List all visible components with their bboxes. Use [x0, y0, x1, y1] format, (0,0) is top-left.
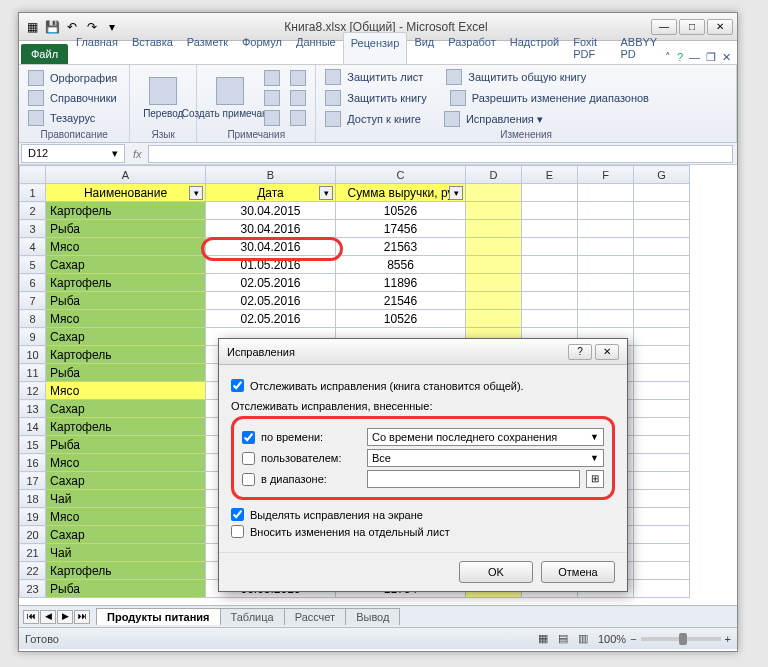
delete-comment-button[interactable] [261, 69, 283, 87]
row-header-9[interactable]: 9 [20, 328, 46, 346]
row-header-18[interactable]: 18 [20, 490, 46, 508]
file-tab[interactable]: Файл [21, 44, 68, 64]
row-header-22[interactable]: 22 [20, 562, 46, 580]
cell-name[interactable]: Сахар [46, 256, 206, 274]
cell-date[interactable]: 02.05.2016 [206, 310, 336, 328]
save-icon[interactable]: 💾 [43, 18, 61, 36]
cell-name[interactable]: Картофель [46, 202, 206, 220]
ribbon-tab-4[interactable]: Данные [289, 32, 343, 64]
row-header-3[interactable]: 3 [20, 220, 46, 238]
research-button[interactable]: Справочники [25, 89, 123, 107]
row-header-13[interactable]: 13 [20, 400, 46, 418]
ribbon-tab-8[interactable]: Надстрой [503, 32, 566, 64]
col-header-A[interactable]: A [46, 166, 206, 184]
formula-bar[interactable] [148, 145, 733, 163]
highlight-on-screen-checkbox[interactable] [231, 508, 244, 521]
name-box[interactable]: D12▾ [21, 144, 125, 163]
sheet-tab-3[interactable]: Вывод [345, 608, 400, 625]
ribbon-tab-0[interactable]: Главная [69, 32, 125, 64]
sheet-nav-next[interactable]: ▶ [57, 610, 73, 624]
cell-date[interactable]: 02.05.2016 [206, 292, 336, 310]
row-header-5[interactable]: 5 [20, 256, 46, 274]
row-header-21[interactable]: 21 [20, 544, 46, 562]
where-input[interactable] [367, 470, 580, 488]
table-header-c[interactable]: Сумма выручки, ру▾ [336, 184, 466, 202]
col-header-E[interactable]: E [522, 166, 578, 184]
new-comment-button[interactable]: Создать примечание [203, 68, 257, 128]
sheet-tab-2[interactable]: Рассчет [284, 608, 347, 625]
row-header-11[interactable]: 11 [20, 364, 46, 382]
ribbon-minimize-icon[interactable]: ˄ [665, 51, 671, 64]
col-header-D[interactable]: D [466, 166, 522, 184]
close-button[interactable]: ✕ [707, 19, 733, 35]
protect-workbook-button[interactable]: Защитить книгу [322, 89, 433, 107]
cell-sum[interactable]: 8556 [336, 256, 466, 274]
where-checkbox[interactable] [242, 473, 255, 486]
cell-name[interactable]: Сахар [46, 400, 206, 418]
highlight-on-screen-row[interactable]: Выделять исправления на экране [231, 508, 615, 521]
row-header-17[interactable]: 17 [20, 472, 46, 490]
workbook-restore-icon[interactable]: ❐ [706, 51, 716, 64]
row-header-23[interactable]: 23 [20, 580, 46, 598]
spelling-button[interactable]: Орфография [25, 69, 123, 87]
who-select[interactable]: Все▼ [367, 449, 604, 467]
cell-name[interactable]: Рыба [46, 364, 206, 382]
when-checkbox[interactable] [242, 431, 255, 444]
cell-name[interactable]: Мясо [46, 238, 206, 256]
dialog-close-button[interactable]: ✕ [595, 344, 619, 360]
ribbon-tab-10[interactable]: ABBYY PD [614, 32, 665, 64]
filter-button-c[interactable]: ▾ [449, 186, 463, 200]
col-header-B[interactable]: B [206, 166, 336, 184]
translate-button[interactable]: Перевод [136, 68, 190, 128]
show-ink-button[interactable] [287, 109, 309, 127]
view-normal-icon[interactable]: ▦ [538, 632, 548, 645]
cell-date[interactable]: 30.04.2016 [206, 220, 336, 238]
share-workbook-button[interactable]: Доступ к книге [322, 110, 427, 128]
cell-name[interactable]: Рыба [46, 220, 206, 238]
allow-edit-ranges-button[interactable]: Разрешить изменение диапазонов [447, 89, 655, 107]
select-all-corner[interactable] [20, 166, 46, 184]
cell-date[interactable]: 30.04.2015 [206, 202, 336, 220]
cell-name[interactable]: Сахар [46, 328, 206, 346]
fx-icon[interactable]: fx [127, 148, 148, 160]
col-header-F[interactable]: F [578, 166, 634, 184]
cell-name[interactable]: Чай [46, 490, 206, 508]
cell-date[interactable]: 30.04.2016 [206, 238, 336, 256]
sheet-nav-prev[interactable]: ◀ [40, 610, 56, 624]
row-header-10[interactable]: 10 [20, 346, 46, 364]
track-checkbox-row[interactable]: Отслеживать исправления (книга становитс… [231, 379, 615, 392]
ribbon-tab-3[interactable]: Формул [235, 32, 289, 64]
cell-name[interactable]: Сахар [46, 472, 206, 490]
row-header-19[interactable]: 19 [20, 508, 46, 526]
cell-name[interactable]: Мясо [46, 382, 206, 400]
list-on-new-sheet-checkbox[interactable] [231, 525, 244, 538]
cancel-button[interactable]: Отмена [541, 561, 615, 583]
who-checkbox[interactable] [242, 452, 255, 465]
workbook-min-icon[interactable]: — [689, 51, 700, 64]
cell-name[interactable]: Рыба [46, 436, 206, 454]
dialog-help-button[interactable]: ? [568, 344, 592, 360]
help-icon[interactable]: ? [677, 51, 683, 64]
ok-button[interactable]: OK [459, 561, 533, 583]
cell-name[interactable]: Рыба [46, 580, 206, 598]
zoom-slider[interactable] [641, 637, 721, 641]
ribbon-tab-6[interactable]: Вид [407, 32, 441, 64]
cell-sum[interactable]: 11896 [336, 274, 466, 292]
cell-name[interactable]: Картофель [46, 346, 206, 364]
sheet-nav-last[interactable]: ⏭ [74, 610, 90, 624]
zoom-level[interactable]: 100% [598, 633, 626, 645]
row-header-1[interactable]: 1 [20, 184, 46, 202]
ribbon-tab-5[interactable]: Рецензир [343, 32, 408, 64]
show-all-comments-button[interactable] [287, 89, 309, 107]
row-header-20[interactable]: 20 [20, 526, 46, 544]
prev-comment-button[interactable] [261, 89, 283, 107]
zoom-out-button[interactable]: − [630, 633, 636, 645]
cell-name[interactable]: Мясо [46, 454, 206, 472]
sheet-tab-1[interactable]: Таблица [220, 608, 285, 625]
sheet-nav-first[interactable]: ⏮ [23, 610, 39, 624]
when-select[interactable]: Со времени последнего сохранения▼ [367, 428, 604, 446]
row-header-15[interactable]: 15 [20, 436, 46, 454]
row-header-6[interactable]: 6 [20, 274, 46, 292]
filter-button-a[interactable]: ▾ [189, 186, 203, 200]
cell-sum[interactable]: 17456 [336, 220, 466, 238]
